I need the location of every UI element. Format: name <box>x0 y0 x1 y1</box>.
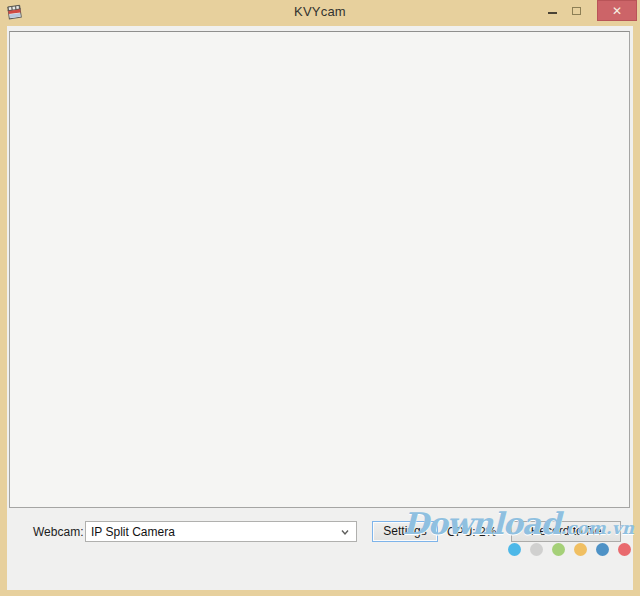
watermark-dot <box>508 543 521 556</box>
webcam-select[interactable]: IP Split Camera <box>85 521 357 542</box>
minimize-icon <box>548 12 557 14</box>
watermark-dot <box>530 543 543 556</box>
app-window: KVYcam ✕ Webcam: IP Split Camera Setting… <box>0 0 640 596</box>
webcam-selected-value: IP Split Camera <box>91 525 334 539</box>
maximize-button[interactable] <box>565 0 587 20</box>
close-button[interactable]: ✕ <box>597 0 637 21</box>
webcam-label: Webcam: <box>33 525 83 539</box>
titlebar[interactable]: KVYcam ✕ <box>0 0 640 26</box>
watermark-dot <box>618 543 631 556</box>
watermark-dot <box>596 543 609 556</box>
maximize-icon <box>572 7 581 15</box>
minimize-button[interactable] <box>541 0 563 20</box>
watermark-brand: Download <box>403 506 560 541</box>
watermark-dot <box>552 543 565 556</box>
watermark-domain: .com.vn <box>560 518 634 538</box>
watermark-text: Download.com.vn <box>403 509 634 539</box>
watermark-dot <box>574 543 587 556</box>
close-icon: ✕ <box>612 4 622 18</box>
watermark-dots <box>508 543 631 556</box>
video-preview-panel <box>9 31 630 508</box>
chevron-down-icon <box>338 525 352 539</box>
